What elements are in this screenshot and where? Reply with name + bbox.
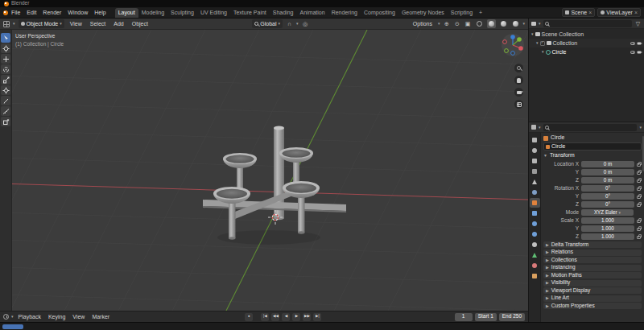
camera-view-button[interactable]	[514, 88, 523, 97]
scene-unlink-icon[interactable]: ×	[588, 10, 592, 15]
xray-toggle-icon[interactable]: ▣	[464, 20, 472, 28]
lock-icon[interactable]	[637, 196, 641, 199]
menu-playback[interactable]: Playback	[16, 314, 43, 320]
add-primitive-tool[interactable]	[1, 117, 10, 126]
workspace-tab-texture-paint[interactable]: Texture Paint	[230, 8, 270, 18]
tab-output[interactable]	[530, 156, 540, 166]
menu-window[interactable]: Window	[64, 7, 91, 18]
disable-render-icon[interactable]	[638, 51, 642, 53]
view-layer-unlink-icon[interactable]: ×	[634, 10, 638, 15]
menu-edit[interactable]: Edit	[23, 7, 39, 18]
menu-view[interactable]: View	[68, 21, 85, 27]
frame-start-field[interactable]: Start 1	[475, 313, 497, 321]
section-viewport-display[interactable]: ▶Viewport Display	[543, 287, 642, 294]
lock-icon[interactable]	[637, 220, 641, 223]
show-gizmo-toggle-icon[interactable]: ⊕	[444, 20, 451, 28]
section-line-art[interactable]: ▶Line Art	[543, 295, 642, 302]
options-button[interactable]: Options	[411, 21, 435, 27]
transform-tool[interactable]	[1, 85, 10, 95]
view-layer-selector[interactable]: ViewLayer ×	[597, 8, 641, 17]
shading-wireframe-button[interactable]	[475, 19, 484, 28]
expand-icon[interactable]: ▾	[542, 50, 544, 54]
workspace-tab-animation[interactable]: Animation	[297, 8, 328, 18]
mode-selector[interactable]: Object Mode ▾	[19, 19, 64, 28]
rotation-x-field[interactable]: 0°	[581, 185, 634, 192]
menu-select[interactable]: Select	[88, 21, 108, 27]
workspace-tab-layout[interactable]: Layout	[115, 8, 138, 18]
properties-search-input[interactable]	[543, 124, 638, 131]
scene-selector[interactable]: Scene ×	[562, 8, 595, 17]
scale-z-field[interactable]: 1.000	[581, 233, 634, 240]
gizmo-y-axis-icon[interactable]	[517, 37, 522, 42]
collection-checkbox[interactable]: ✓	[540, 41, 545, 46]
tab-tool[interactable]	[530, 135, 540, 145]
menu-help[interactable]: Help	[91, 7, 109, 18]
tab-modifiers[interactable]	[530, 208, 540, 218]
tab-physics[interactable]	[530, 229, 540, 239]
frame-end-field[interactable]: End 250	[499, 313, 525, 321]
rotation-mode-select[interactable]: XYZ Euler▾	[581, 209, 634, 216]
move-tool[interactable]	[1, 54, 10, 64]
menu-object[interactable]: Object	[130, 21, 151, 27]
play-button[interactable]: ▶	[292, 313, 300, 321]
section-visibility[interactable]: ▶Visibility	[543, 280, 642, 287]
proportional-editing-icon[interactable]: ◎	[302, 20, 309, 28]
workspace-tab-rendering[interactable]: Rendering	[328, 8, 361, 18]
outliner-row-scene-collection[interactable]: ▾ Scene Collection	[529, 30, 644, 39]
cursor-tool[interactable]	[1, 43, 10, 53]
measure-tool[interactable]	[1, 106, 10, 116]
tab-object-data[interactable]	[530, 250, 540, 260]
outliner-row-circle[interactable]: ▾ Circle	[529, 47, 644, 56]
gizmo-z-neg-icon[interactable]	[511, 52, 515, 56]
workspace-tab-scripting[interactable]: Scripting	[448, 8, 476, 18]
section-delta-transform[interactable]: ▶Delta Transform	[543, 241, 642, 248]
shading-caret-icon[interactable]: ▾	[523, 22, 526, 26]
menu-render[interactable]: Render	[39, 7, 64, 18]
tab-constraints[interactable]	[530, 240, 540, 250]
tab-scene[interactable]	[530, 177, 540, 187]
tab-texture[interactable]	[530, 271, 540, 281]
outliner-editor-icon[interactable]	[531, 22, 536, 26]
menu-marker[interactable]: Marker	[89, 314, 112, 320]
menu-add[interactable]: Add	[111, 21, 126, 27]
prev-keyframe-button[interactable]: ◀◀	[271, 313, 279, 321]
transform-orientation-select[interactable]: Global ▾	[252, 19, 283, 28]
play-reverse-button[interactable]: ◀	[282, 313, 290, 321]
pan-button[interactable]	[514, 76, 523, 85]
gizmo-x-neg-icon[interactable]	[503, 40, 507, 44]
lock-icon[interactable]	[637, 228, 641, 231]
rotation-y-field[interactable]: 0°	[581, 193, 634, 200]
disable-render-icon[interactable]	[638, 42, 642, 44]
workspace-tab-sculpting[interactable]: Sculpting	[167, 8, 197, 18]
jump-to-end-button[interactable]: ▶|	[313, 313, 321, 321]
select-box-tool[interactable]	[1, 33, 10, 43]
lock-icon[interactable]	[637, 171, 641, 175]
lock-icon[interactable]	[637, 163, 641, 167]
location-z-field[interactable]: 0 m	[581, 177, 634, 184]
editor-type-3d-viewport-icon[interactable]	[3, 21, 10, 27]
lock-icon[interactable]	[637, 204, 641, 207]
toggle-ortho-button[interactable]	[514, 100, 523, 109]
gizmo-x-axis-icon[interactable]	[518, 46, 523, 51]
current-frame-field[interactable]: 1	[455, 313, 473, 321]
rotation-z-field[interactable]: 0°	[581, 201, 634, 208]
viewport-3d[interactable]: User Perspective (1) Collection | Circle	[0, 30, 528, 311]
section-motion-paths[interactable]: ▶Motion Paths	[543, 272, 642, 278]
show-overlays-toggle-icon[interactable]: ⊙	[454, 20, 461, 28]
menu-keying[interactable]: Keying	[46, 314, 68, 320]
outliner-row-collection[interactable]: ▾ ✓ Collection	[529, 39, 644, 47]
section-collections[interactable]: ▶Collections	[543, 257, 642, 263]
timeline-editor-icon[interactable]	[3, 314, 9, 320]
annotate-tool[interactable]	[1, 96, 10, 105]
lock-icon[interactable]	[637, 236, 641, 239]
tab-render[interactable]	[530, 146, 540, 155]
expand-icon[interactable]: ▾	[536, 41, 539, 45]
rotate-tool[interactable]	[1, 64, 10, 74]
add-workspace-button[interactable]: +	[476, 8, 485, 18]
workspace-tab-uv-editing[interactable]: UV Editing	[197, 8, 230, 18]
shading-material-button[interactable]	[499, 19, 508, 28]
workspace-tab-modeling[interactable]: Modeling	[138, 8, 167, 18]
scale-tool[interactable]	[1, 75, 10, 85]
hide-viewport-icon[interactable]	[630, 42, 635, 45]
expand-icon[interactable]: ▾	[531, 32, 534, 36]
